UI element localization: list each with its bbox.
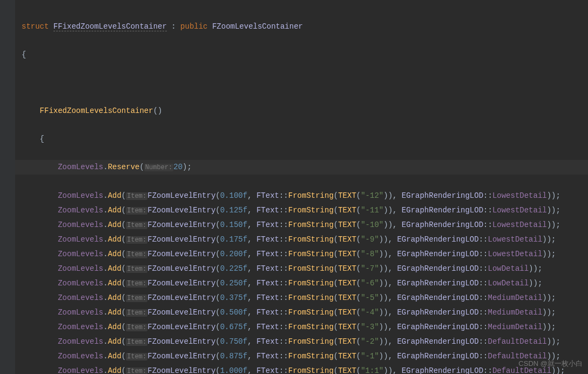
enum-lod: EGraphRenderingLOD: [397, 308, 478, 317]
float-value: 0.250f: [220, 279, 247, 288]
reserve-value: 20: [173, 163, 183, 171]
fn-add: Add: [108, 337, 121, 346]
scope-op: ::: [483, 366, 492, 374]
float-value: 0.750f: [220, 337, 247, 346]
add-line: ZoomLevels.Add(Item:FZoomLevelEntry(0.12…: [15, 203, 588, 218]
float-value: 0.200f: [220, 250, 247, 258]
enum-lod: EGraphRenderingLOD: [397, 235, 478, 244]
fn-fromstring: FromString: [288, 366, 334, 374]
enum-value: DefaultDetail: [488, 337, 546, 346]
fn-add: Add: [108, 250, 121, 258]
macro-text: TEXT: [338, 206, 356, 215]
hint-number: Number:: [144, 164, 173, 171]
macro-text: TEXT: [338, 235, 356, 244]
string-literal: "-1": [361, 352, 379, 360]
enum-value: LowestDetail: [488, 235, 542, 244]
fn-add: Add: [108, 352, 121, 360]
enum-value: MediumDetail: [488, 323, 542, 331]
macro-text: TEXT: [338, 221, 356, 229]
type-zoomlevelentry: FZoomLevelEntry: [147, 308, 215, 317]
macro-text: TEXT: [338, 337, 356, 346]
hint-item: Item:: [126, 324, 147, 331]
field-zoomlevels: ZoomLevels: [58, 366, 103, 374]
scope-op: ::: [479, 352, 488, 360]
scope-op: ::: [279, 323, 288, 331]
scope-op: ::: [479, 323, 488, 331]
macro-text: TEXT: [338, 293, 356, 302]
string-literal: "-2": [361, 337, 379, 346]
add-line: ZoomLevels.Add(Item:FZoomLevelEntry(0.75…: [15, 335, 588, 349]
scope-op: ::: [483, 206, 492, 215]
type-zoomlevelentry: FZoomLevelEntry: [147, 221, 215, 229]
fn-fromstring: FromString: [288, 352, 334, 360]
type-ftext: FText: [256, 366, 279, 374]
macro-text: TEXT: [338, 366, 356, 374]
type-zoomlevelentry: FZoomLevelEntry: [147, 206, 215, 215]
field-zoomlevels: ZoomLevels: [58, 293, 103, 302]
type-zoomlevelentry: FZoomLevelEntry: [147, 235, 215, 244]
fn-add: Add: [108, 235, 121, 244]
hint-item: Item:: [126, 368, 147, 374]
type-ftext: FText: [256, 191, 279, 200]
enum-lod: EGraphRenderingLOD: [397, 352, 478, 360]
scope-op: ::: [279, 206, 288, 215]
sep: :: [167, 22, 180, 31]
enum-value: LowestDetail: [492, 221, 547, 229]
reserve-line: ZoomLevels.Reserve(Number:20);: [15, 160, 588, 175]
fn-fromstring: FromString: [288, 250, 334, 258]
hint-item: Item:: [126, 207, 147, 215]
fn-add: Add: [108, 279, 121, 288]
keyword-public: public: [180, 22, 207, 31]
fn-fromstring: FromString: [288, 191, 334, 200]
field-zoomlevels: ZoomLevels: [58, 279, 103, 288]
enum-lod: EGraphRenderingLOD: [397, 323, 478, 331]
type-zoomlevelentry: FZoomLevelEntry: [147, 293, 215, 302]
fn-add: Add: [108, 308, 121, 317]
field-zoomlevels: ZoomLevels: [58, 250, 103, 258]
scope-op: ::: [479, 337, 488, 346]
field-zoomlevels: ZoomLevels: [58, 206, 103, 215]
blank-line: [15, 76, 588, 90]
float-value: 0.225f: [220, 264, 247, 273]
ctor-signature: FFixedZoomLevelsContainer(): [15, 104, 588, 118]
float-value: 0.500f: [220, 308, 247, 317]
string-literal: "-8": [361, 250, 379, 258]
float-value: 0.375f: [220, 293, 247, 302]
enum-value: LowDetail: [488, 264, 529, 273]
type-zoomlevelentry: FZoomLevelEntry: [147, 264, 215, 273]
add-lines-container: ZoomLevels.Add(Item:FZoomLevelEntry(0.10…: [15, 189, 588, 374]
type-ftext: FText: [256, 293, 279, 302]
macro-text: TEXT: [338, 264, 356, 273]
type-zoomlevelentry: FZoomLevelEntry: [147, 352, 215, 360]
brace-open: {: [15, 48, 588, 62]
float-value: 0.150f: [220, 221, 247, 229]
scope-op: ::: [279, 250, 288, 258]
type-ftext: FText: [256, 206, 279, 215]
add-line: ZoomLevels.Add(Item:FZoomLevelEntry(0.37…: [15, 291, 588, 305]
fn-fromstring: FromString: [288, 221, 334, 229]
base-type: FZoomLevelsContainer: [212, 22, 303, 31]
string-literal: "-7": [361, 264, 379, 273]
type-ftext: FText: [256, 250, 279, 258]
macro-text: TEXT: [338, 279, 356, 288]
code-editor[interactable]: struct FFixedZoomLevelsContainer : publi…: [15, 0, 588, 374]
type-zoomlevelentry: FZoomLevelEntry: [147, 323, 215, 331]
string-literal: "-4": [361, 308, 379, 317]
enum-value: MediumDetail: [488, 293, 542, 302]
hint-item: Item:: [126, 280, 147, 288]
hint-item: Item:: [126, 295, 147, 302]
type-zoomlevelentry: FZoomLevelEntry: [147, 279, 215, 288]
add-line: ZoomLevels.Add(Item:FZoomLevelEntry(0.20…: [15, 247, 588, 262]
float-value: 0.875f: [220, 352, 247, 360]
hint-item: Item:: [126, 192, 147, 200]
add-line: ZoomLevels.Add(Item:FZoomLevelEntry(0.50…: [15, 305, 588, 320]
fn-add: Add: [108, 293, 121, 302]
enum-value: LowestDetail: [492, 191, 547, 200]
scope-op: ::: [279, 279, 288, 288]
struct-declaration: struct FFixedZoomLevelsContainer : publi…: [15, 19, 588, 34]
string-literal: "-9": [361, 235, 379, 244]
scope-op: ::: [479, 293, 488, 302]
float-value: 0.675f: [220, 323, 247, 331]
scope-op: ::: [279, 293, 288, 302]
ctor-brace-open: {: [15, 132, 588, 146]
